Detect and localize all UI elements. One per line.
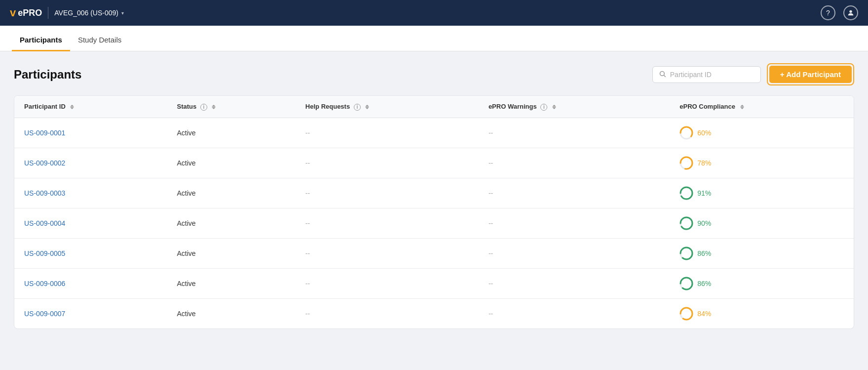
search-box [652,66,761,83]
svg-point-14 [680,278,692,289]
cell-status: Active [167,148,295,178]
compliance-ring [679,186,693,200]
tab-participants[interactable]: Participants [12,29,70,51]
compliance-ring [679,126,693,140]
sort-icon-epro-warnings[interactable] [552,105,556,109]
compliance-value: 86% [697,280,711,288]
cell-status: Active [167,178,295,208]
participant-link[interactable]: US-009-0001 [24,129,65,137]
page-header: Participants + Add Participant [14,63,854,85]
study-selector[interactable]: AVEG_006 (US-009) ▾ [54,9,124,17]
main-content: Participants + Add Participant Participa… [0,51,868,370]
cell-participant-id: US-009-0004 [14,208,167,238]
app-header: v ePRO AVEG_006 (US-009) ▾ ? [0,0,868,26]
table-row: US-009-0006 Active -- -- 86% [14,268,854,298]
cell-epro-compliance: 91% [670,178,854,208]
cell-epro-compliance: 84% [670,298,854,329]
compliance-value: 90% [697,219,711,227]
compliance-ring [679,156,693,170]
cell-status: Active [167,208,295,238]
cell-participant-id: US-009-0002 [14,148,167,178]
cell-help-requests: -- [296,298,479,329]
chevron-down-icon: ▾ [121,10,124,16]
help-requests-info-icon[interactable]: i [354,104,361,111]
compliance-value: 91% [697,189,711,197]
cell-epro-warnings: -- [479,148,670,178]
compliance-cell: 60% [679,126,844,140]
header-right: ? [821,5,858,20]
cell-help-requests: -- [296,178,479,208]
participant-link[interactable]: US-009-0002 [24,159,65,167]
tab-study-details[interactable]: Study Details [70,29,129,51]
page-title: Participants [14,68,81,82]
cell-participant-id: US-009-0006 [14,268,167,298]
page-actions: + Add Participant [652,63,854,85]
cell-epro-warnings: -- [479,238,670,268]
cell-status: Active [167,118,295,148]
cell-status: Active [167,268,295,298]
add-participant-button[interactable]: + Add Participant [769,66,852,83]
compliance-cell: 90% [679,216,844,230]
cell-epro-compliance: 86% [670,268,854,298]
sort-icon-status[interactable] [212,105,216,109]
search-icon [659,70,666,79]
table-header-row: Participant ID Status i Help Requests [14,96,854,118]
cell-help-requests: -- [296,118,479,148]
epro-warnings-info-icon[interactable]: i [540,104,547,111]
svg-point-8 [680,187,692,199]
compliance-value: 84% [697,310,711,318]
compliance-value: 86% [697,249,711,257]
table-row: US-009-0002 Active -- -- 78% [14,148,854,178]
avatar-icon[interactable] [843,5,858,20]
cell-epro-warnings: -- [479,298,670,329]
table-row: US-009-0001 Active -- -- 60% [14,118,854,148]
col-epro-compliance: ePRO Compliance [670,96,854,118]
compliance-ring [679,307,693,321]
svg-point-10 [680,217,692,229]
cell-epro-compliance: 78% [670,148,854,178]
nav-tabs: Participants Study Details [0,26,868,51]
cell-help-requests: -- [296,268,479,298]
compliance-cell: 86% [679,247,844,260]
sort-icon-epro-compliance[interactable] [740,105,744,109]
cell-participant-id: US-009-0003 [14,178,167,208]
cell-help-requests: -- [296,238,479,268]
sort-icon-participant-id[interactable] [70,105,74,109]
table-row: US-009-0004 Active -- -- 90% [14,208,854,238]
status-info-icon[interactable]: i [200,104,207,111]
table-body: US-009-0001 Active -- -- 60% US-009-0002… [14,118,854,329]
cell-epro-warnings: -- [479,118,670,148]
cell-participant-id: US-009-0001 [14,118,167,148]
svg-point-1 [660,71,664,76]
help-icon[interactable]: ? [821,5,835,20]
cell-help-requests: -- [296,208,479,238]
compliance-ring [679,216,693,230]
logo: v ePRO [10,6,42,19]
participant-link[interactable]: US-009-0004 [24,219,65,227]
participant-link[interactable]: US-009-0007 [24,310,65,318]
compliance-ring [679,277,693,290]
logo-v-icon: v [10,6,16,19]
col-status: Status i [167,96,295,118]
compliance-cell: 78% [679,156,844,170]
compliance-value: 78% [697,159,711,167]
logo-text: ePRO [18,8,42,18]
col-epro-warnings: ePRO Warnings i [479,96,670,118]
cell-epro-warnings: -- [479,268,670,298]
header-left: v ePRO AVEG_006 (US-009) ▾ [10,6,124,19]
participant-link[interactable]: US-009-0005 [24,249,65,257]
cell-epro-warnings: -- [479,178,670,208]
participant-link[interactable]: US-009-0006 [24,280,65,288]
compliance-value: 60% [697,129,711,137]
participant-link[interactable]: US-009-0003 [24,189,65,197]
participants-table: Participant ID Status i Help Requests [14,95,854,329]
search-input[interactable] [670,71,755,79]
cell-status: Active [167,238,295,268]
cell-epro-compliance: 86% [670,238,854,268]
cell-participant-id: US-009-0005 [14,238,167,268]
study-name: AVEG_006 (US-009) [54,9,118,17]
col-participant-id: Participant ID [14,96,167,118]
col-help-requests: Help Requests i [296,96,479,118]
svg-point-0 [849,10,852,13]
sort-icon-help-requests[interactable] [365,105,369,109]
